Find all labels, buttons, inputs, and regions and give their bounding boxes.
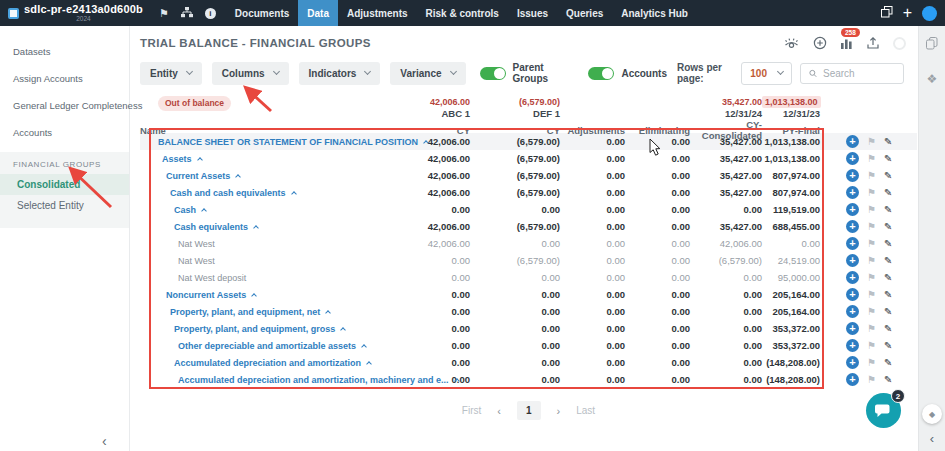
app-logo[interactable]: sdlc-pr-e2413a0d600b 2024: [8, 4, 143, 23]
row-name[interactable]: BALANCE SHEET OR STATEMENT OF FINANCIAL …: [158, 137, 418, 147]
collapse-caret-icon[interactable]: [341, 327, 347, 333]
pagination-next-icon[interactable]: ›: [557, 405, 561, 417]
pages-icon[interactable]: [926, 36, 938, 54]
sitemap-icon[interactable]: [181, 4, 193, 22]
flag-icon[interactable]: ⚑: [867, 375, 876, 385]
add-account-button[interactable]: +: [846, 169, 859, 182]
row-name[interactable]: Cash equivalents: [174, 222, 248, 232]
add-account-button[interactable]: +: [846, 135, 859, 148]
add-account-button[interactable]: +: [846, 373, 859, 386]
add-account-button[interactable]: +: [846, 254, 859, 267]
edit-pencil-icon[interactable]: ✎: [884, 188, 892, 198]
edit-pencil-icon[interactable]: ✎: [884, 375, 892, 385]
row-name[interactable]: Cash: [174, 205, 196, 215]
row-name-cell[interactable]: Accumulated depreciation and amortizatio…: [140, 375, 380, 385]
row-name-cell[interactable]: Accumulated depreciation and amortizatio…: [140, 358, 380, 368]
edit-pencil-icon[interactable]: ✎: [884, 154, 892, 164]
send-diamond-icon[interactable]: ◆: [922, 404, 942, 424]
pagination-last[interactable]: Last: [576, 405, 595, 416]
pagination-first[interactable]: First: [462, 405, 481, 416]
row-name-cell[interactable]: Cash: [140, 205, 380, 215]
bar-chart-icon[interactable]: 258: [840, 37, 853, 50]
row-name[interactable]: Nat West: [178, 239, 215, 249]
pagination-current-page[interactable]: 1: [517, 401, 541, 420]
edit-pencil-icon[interactable]: ✎: [884, 137, 892, 147]
row-name-cell[interactable]: Property, plant, and equipment, gross: [140, 324, 380, 334]
row-name-cell[interactable]: Nat West deposit: [140, 273, 380, 283]
add-account-button[interactable]: +: [846, 305, 859, 318]
flag-icon[interactable]: ⚑: [867, 188, 876, 198]
flag-icon[interactable]: ⚑: [867, 154, 876, 164]
collapse-caret-icon[interactable]: [197, 157, 203, 163]
nav-issues[interactable]: Issues: [508, 0, 557, 26]
collapse-caret-icon[interactable]: [326, 310, 332, 316]
row-name[interactable]: Property, plant, and equipment, net: [170, 307, 320, 317]
add-account-button[interactable]: +: [846, 271, 859, 284]
row-name-cell[interactable]: Noncurrent Assets: [140, 290, 380, 300]
flag-icon[interactable]: ⚑: [867, 137, 876, 147]
pagination-prev-icon[interactable]: ‹: [497, 405, 501, 417]
sidebar-collapse-chevron[interactable]: ‹: [102, 433, 107, 449]
add-account-button[interactable]: +: [846, 220, 859, 233]
row-name-cell[interactable]: Cash and cash equivalents: [140, 188, 380, 198]
chat-assistant-button[interactable]: 2: [866, 393, 901, 428]
row-name[interactable]: Other depreciable and amortizable assets: [178, 341, 356, 351]
add-icon[interactable]: +: [903, 5, 912, 21]
edit-pencil-icon[interactable]: ✎: [884, 290, 892, 300]
flag-icon[interactable]: ⚑: [867, 324, 876, 334]
windows-icon[interactable]: [881, 4, 893, 22]
sidebar-item-datasets[interactable]: Datasets: [0, 38, 129, 65]
edit-pencil-icon[interactable]: ✎: [884, 256, 892, 266]
row-name[interactable]: Nat West: [178, 256, 215, 266]
collapse-caret-icon[interactable]: [291, 191, 297, 197]
add-account-button[interactable]: +: [846, 152, 859, 165]
collapse-caret-icon[interactable]: [361, 344, 367, 350]
row-name-cell[interactable]: Cash equivalents: [140, 222, 380, 232]
row-name[interactable]: Accumulated depreciation and amortizatio…: [174, 358, 361, 368]
edit-pencil-icon[interactable]: ✎: [884, 341, 892, 351]
variance-dropdown[interactable]: Variance: [390, 62, 465, 85]
flag-icon[interactable]: ⚑: [867, 222, 876, 232]
edit-pencil-icon[interactable]: ✎: [884, 239, 892, 249]
add-account-button[interactable]: +: [846, 186, 859, 199]
edit-pencil-icon[interactable]: ✎: [884, 307, 892, 317]
indicators-dropdown[interactable]: Indicators: [299, 62, 381, 85]
row-name[interactable]: Current Assets: [166, 171, 230, 181]
nav-risk-controls[interactable]: Risk & controls: [417, 0, 508, 26]
export-icon[interactable]: [866, 36, 880, 50]
sidebar-item-consolidated[interactable]: Consolidated: [0, 174, 129, 195]
row-name[interactable]: Property, plant, and equipment, gross: [174, 324, 335, 334]
row-name-cell[interactable]: Nat West: [140, 256, 380, 266]
row-name-cell[interactable]: Current Assets: [140, 171, 380, 181]
flag-icon[interactable]: ⚑: [867, 307, 876, 317]
flag-icon[interactable]: ⚑: [867, 239, 876, 249]
collapse-caret-icon[interactable]: [253, 225, 259, 231]
add-account-button[interactable]: +: [846, 356, 859, 369]
add-account-button[interactable]: +: [846, 203, 859, 216]
accounts-toggle[interactable]: [588, 67, 614, 80]
flag-icon[interactable]: ⚑: [867, 358, 876, 368]
search-input[interactable]: [823, 68, 895, 79]
row-name-cell[interactable]: BALANCE SHEET OR STATEMENT OF FINANCIAL …: [140, 137, 380, 147]
info-icon[interactable]: i: [205, 8, 216, 19]
edit-pencil-icon[interactable]: ✎: [884, 273, 892, 283]
flag-icon[interactable]: ⚑: [867, 205, 876, 215]
flag-icon[interactable]: ⚑: [867, 256, 876, 266]
collapse-caret-icon[interactable]: [251, 293, 257, 299]
row-name-cell[interactable]: Assets: [140, 154, 380, 164]
nav-adjustments[interactable]: Adjustments: [338, 0, 417, 26]
edit-pencil-icon[interactable]: ✎: [884, 171, 892, 181]
row-name-cell[interactable]: Nat West: [140, 239, 380, 249]
nav-documents[interactable]: Documents: [226, 0, 298, 26]
add-circle-icon[interactable]: [813, 36, 827, 50]
add-account-button[interactable]: +: [846, 339, 859, 352]
sidebar-item-assign-accounts[interactable]: Assign Accounts: [0, 65, 129, 92]
edit-pencil-icon[interactable]: ✎: [884, 222, 892, 232]
nav-analytics-hub[interactable]: Analytics Hub: [612, 0, 697, 26]
nav-queries[interactable]: Queries: [557, 0, 612, 26]
row-name-cell[interactable]: Property, plant, and equipment, net: [140, 307, 380, 317]
edit-pencil-icon[interactable]: ✎: [884, 358, 892, 368]
add-account-button[interactable]: +: [846, 288, 859, 301]
flag-icon[interactable]: ⚑: [867, 171, 876, 181]
apps-cluster-icon[interactable]: ❖: [927, 72, 938, 86]
